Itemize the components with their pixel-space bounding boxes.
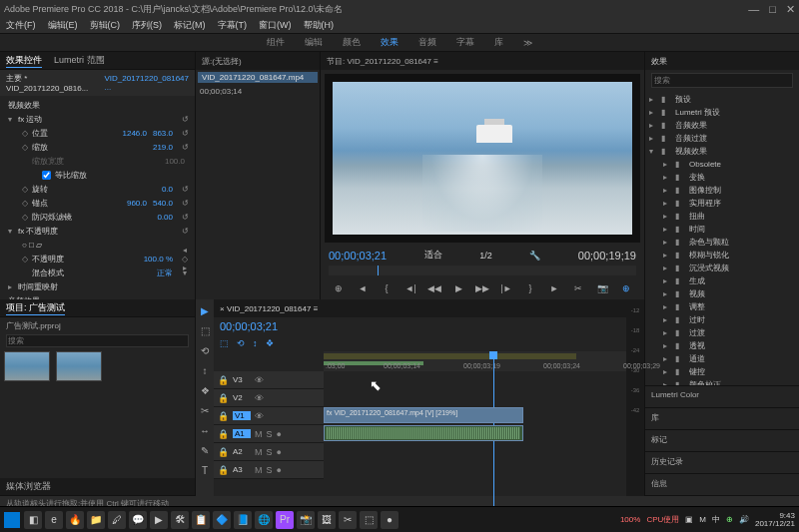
toggle-icon[interactable]: ▾ [8,227,18,236]
taskbar-app-icon[interactable]: 📸 [297,511,315,529]
track-a3[interactable]: A3 [233,465,251,474]
workspace-assembly[interactable]: 组件 [267,36,285,49]
menu-window[interactable]: 窗口(W) [259,19,292,32]
toggle-icon[interactable]: ▾ [8,115,18,124]
effects-tree-item[interactable]: ▸▮颜色校正 [649,378,795,385]
effects-tree-item[interactable]: ▸▮变换 [649,171,795,184]
effects-search-input[interactable] [651,73,793,88]
effects-tree-item[interactable]: ▸▮沉浸式视频 [649,262,795,274]
record-icon[interactable]: ● [277,429,282,439]
effects-tree-item[interactable]: ▸▮视频 [649,287,795,300]
taskbar-app-icon[interactable]: Pr [276,511,294,529]
lock-icon[interactable]: 🔒 [218,465,229,475]
ec-masks[interactable]: ○ □ ▱ [22,241,191,250]
ec-blend-val[interactable]: 正常 [157,267,173,278]
panel-info[interactable]: 信息 [645,474,799,496]
timeline-content[interactable]: fx VID_20171220_081647.mp4 [V] [219%] [324,371,626,479]
taskbar-app-icon[interactable]: 🔷 [213,511,231,529]
menu-help[interactable]: 帮助(H) [304,19,335,32]
menu-title[interactable]: 字幕(T) [218,19,248,32]
track-a2[interactable]: A2 [233,447,251,456]
workspace-audio[interactable]: 音频 [418,36,436,49]
button-editor-button[interactable]: ⊕ [618,281,634,295]
taskbar-app-icon[interactable]: 🖊 [108,511,126,529]
rate-stretch-tool[interactable]: ↕ [198,363,212,377]
lift-button[interactable]: ✂ [570,281,586,295]
start-button[interactable] [4,512,20,528]
source-clip-label[interactable]: VID_20171220_081647.mp4 [198,72,318,83]
taskbar-app-icon[interactable]: 📁 [87,511,105,529]
taskbar-app-icon[interactable]: ✂ [339,511,357,529]
ec-clip-selector[interactable]: VID_20171220_081647 ... [104,74,189,92]
lock-icon[interactable]: 🔒 [218,411,229,421]
track-v1[interactable]: V1 [233,411,251,420]
ec-uniform-checkbox[interactable] [42,171,51,180]
mute-icon[interactable]: M [255,429,263,439]
reset-icon[interactable]: ↺ [179,227,191,236]
tray-icon[interactable]: 🔊 [739,515,749,524]
effects-tree-item[interactable]: ▸▮时间 [649,223,795,236]
program-scrubber[interactable] [329,266,636,275]
maximize-button[interactable]: □ [769,3,776,16]
close-button[interactable]: ✕ [786,3,795,16]
source-tab-none[interactable]: 源:(无选择) [202,56,242,67]
step-back-button[interactable]: ◄| [402,281,418,295]
effects-tree-item[interactable]: ▸▮模糊与锐化 [649,249,795,262]
ec-opacity-val[interactable]: 100.0 % [144,255,173,264]
effects-tree-item[interactable]: ▸▮实用程序 [649,197,795,210]
taskbar-app-icon[interactable]: e [45,511,63,529]
tab-project[interactable]: 项目: 广告测试 [6,301,65,315]
reset-icon[interactable]: ↺ [179,213,191,222]
effects-tree-item[interactable]: ▸▮生成 [649,274,795,287]
program-fit-dropdown[interactable]: 适合 [424,249,442,262]
panel-lumetri-color[interactable]: Lumetri Color [645,386,799,408]
effects-tree-item[interactable]: ▸▮杂色与颗粒 [649,236,795,249]
workspace-titles[interactable]: 字幕 [456,36,474,49]
ec-position-x[interactable]: 1246.0 [123,129,147,138]
reset-icon[interactable]: ↺ [179,115,191,124]
workspace-overflow[interactable]: ≫ [523,38,532,48]
keyframe-icon[interactable]: ◇ [22,199,32,208]
taskbar-app-icon[interactable]: ● [381,511,399,529]
solo-icon[interactable]: S [267,447,273,457]
pen-tool[interactable]: ↔ [198,423,212,437]
timeline-ruler[interactable]: :03;00 00;00;03;14 00;00;03;19 00;00;03;… [324,351,626,371]
go-out-button[interactable]: } [522,281,538,295]
workspace-editing[interactable]: 编辑 [305,36,323,49]
tray-icon[interactable]: ⊕ [726,515,733,524]
menu-file[interactable]: 文件(F) [6,19,36,32]
project-thumbnail[interactable] [4,351,50,381]
mark-in-button[interactable]: ◄ [355,281,371,295]
tray-icon[interactable]: ▣ [685,515,693,524]
effects-tree-item[interactable]: ▸▮Obsolete [649,158,795,171]
taskbar-app-icon[interactable]: 🔥 [66,511,84,529]
reset-icon[interactable]: ↺ [179,199,191,208]
mute-icon[interactable]: M [255,447,263,457]
effects-tree-item[interactable]: ▸▮过时 [649,313,795,326]
ripple-tool[interactable]: ⟲ [198,343,212,357]
track-select-tool[interactable]: ⬚ [198,323,212,337]
tab-lumetri-scopes[interactable]: Lumetri 范围 [54,54,105,67]
panel-history[interactable]: 历史记录 [645,452,799,474]
record-icon[interactable]: ● [277,447,282,457]
type-tool[interactable]: T [198,463,212,477]
taskbar-app-icon[interactable]: ▶ [150,511,168,529]
keyframe-icon[interactable]: ◇ [22,185,32,194]
track-v2[interactable]: V2 [233,393,251,402]
solo-icon[interactable]: S [267,429,273,439]
mute-icon[interactable]: M [255,465,263,475]
effects-tree-item[interactable]: ▸▮扭曲 [649,210,795,223]
menu-marker[interactable]: 标记(M) [174,19,206,32]
lock-icon[interactable]: 🔒 [218,429,229,439]
keyframe-icon[interactable]: ◇ [22,255,32,264]
reset-icon[interactable]: ↺ [179,129,191,138]
tab-media-browser[interactable]: 媒体浏览器 [6,480,51,493]
ec-rotation-val[interactable]: 0.0 [162,185,173,194]
marker-icon[interactable]: ↕ [253,338,258,348]
razor-tool[interactable]: ❖ [198,383,212,397]
tab-effects[interactable]: 效果 [651,56,667,67]
keyframe-icon[interactable]: ◇ [22,143,32,152]
menu-edit[interactable]: 编辑(E) [48,19,78,32]
solo-icon[interactable]: S [267,465,273,475]
ec-timeremap[interactable]: 时间重映射 [18,281,191,292]
